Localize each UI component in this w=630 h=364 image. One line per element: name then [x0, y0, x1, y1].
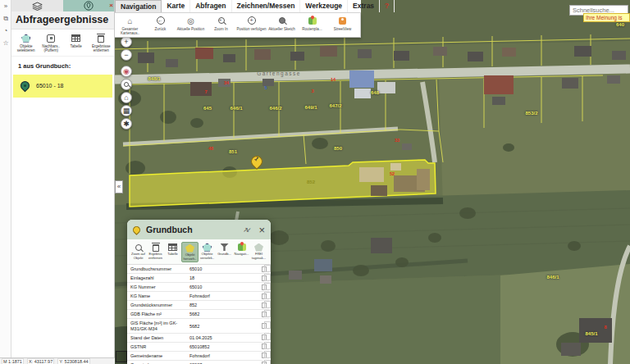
copy-page-icon[interactable]: ⧉ [0, 12, 11, 25]
map-controls: + − ◉ ⌂ ▦ ✱ [121, 36, 132, 131]
map-label: 646/1 [230, 106, 242, 111]
basemap-button[interactable]: ▦ [121, 105, 132, 116]
track-position-button[interactable]: + Position verfolgen [236, 13, 267, 37]
menu-tab-zeichnen-messen[interactable]: Zeichnen/Messen [232, 0, 301, 12]
zoom-to-object-button[interactable]: Zoom auf Objekt [130, 242, 147, 262]
close-icon[interactable]: × [258, 225, 265, 235]
zoom-selection-button[interactable] [121, 79, 132, 90]
frei-button[interactable]: FREI tagesak... [250, 242, 267, 262]
attribute-row: Einlagezahl 18 [127, 274, 271, 283]
coordinate-x: X: 43117.97 [27, 358, 54, 364]
select-objects-button[interactable]: Objekte selektieren [15, 33, 38, 53]
full-extent-button[interactable]: ⌂ Gesamter Kartenaus.. [115, 13, 145, 37]
feedback-tooltip: Ihre Meinung is [583, 13, 630, 22]
map-label: 33 [395, 138, 399, 143]
attribute-label: KG Nummer [130, 284, 189, 290]
copy-icon[interactable] [262, 353, 267, 358]
map-label: 845/1 [585, 331, 597, 336]
menu-tab-karte[interactable]: Karte [162, 0, 190, 12]
quick-search [569, 1, 628, 11]
copy-icon[interactable] [262, 312, 267, 317]
history-icon[interactable]: ◔ [0, 25, 11, 37]
map-label: 649/1 [304, 105, 317, 110]
map-label: Gartengasse [257, 71, 301, 76]
copy-icon[interactable] [262, 275, 267, 281]
map-label: 48 [208, 146, 213, 151]
menu-tab-werkzeuge[interactable]: Werkzeuge [300, 0, 348, 12]
current-position-button[interactable]: ◎ Aktuelle Position [176, 13, 206, 37]
magnifier-icon [135, 244, 142, 251]
map-label: 850 [334, 146, 342, 151]
select-objects-button[interactable]: Objekte verselek.. [199, 242, 216, 262]
favorites-star-icon[interactable]: ☆ [0, 37, 11, 49]
menu-tab-help[interactable]: ? [380, 0, 395, 12]
attribute-value: 65010 [189, 266, 262, 271]
table-button[interactable]: Tabelle [65, 33, 88, 53]
copy-icon[interactable] [262, 293, 267, 299]
route-planner-button[interactable]: Routenpla... [297, 13, 327, 37]
remove-results-button[interactable]: Ergebnisse entfernen [90, 33, 113, 53]
map-label: 846/1 [546, 275, 559, 280]
attribute-row: GDB Fläche m² 5682 [127, 310, 271, 319]
map-label: 851 [229, 149, 237, 154]
current-sketch-button[interactable]: Aktueller Sketch [267, 13, 297, 37]
map-scale: M 1:1871 [2, 358, 24, 364]
polygon-icon [254, 243, 263, 252]
remove-result-button[interactable]: Ergebnis entfernen [147, 242, 164, 262]
popup-header[interactable]: Grundbuch ↗↙ × [127, 220, 271, 239]
copy-icon[interactable] [262, 323, 267, 329]
result-actions: Objekte selektieren Nachbars.. (Puffern)… [11, 30, 114, 57]
result-list-item[interactable]: 65010 - 18 [13, 75, 112, 98]
tab-results[interactable] [63, 0, 115, 11]
copy-icon[interactable] [262, 266, 267, 272]
highlight-polygon-icon [185, 244, 194, 253]
table-view-button[interactable]: Tabelle [164, 242, 181, 262]
attribute-value: Fohnsdorf [189, 353, 262, 358]
expand-icon[interactable]: ↗↙ [243, 226, 249, 234]
attribute-value: Fohnsdorf [189, 293, 262, 298]
streetview-button[interactable]: StreetView [327, 13, 358, 37]
settings-button[interactable]: ✱ [121, 118, 132, 130]
map-label: 640 [616, 22, 624, 27]
locate-button[interactable]: ◉ [121, 66, 132, 77]
overview-map-toggle[interactable] [116, 351, 127, 362]
copy-icon[interactable] [262, 303, 267, 308]
zoom-out-button[interactable]: − [121, 49, 132, 61]
result-item-label: 65010 - 18 [36, 83, 63, 89]
navigation-button[interactable]: Navigati... [233, 242, 250, 262]
marker-circle-icon [84, 1, 94, 11]
back-button[interactable]: ← Zurück [145, 13, 176, 37]
menu-tab-extras[interactable]: Extras [348, 0, 380, 12]
highlight-object-button[interactable]: Objekt hervorh.. [181, 242, 199, 262]
attribute-row: GSTNR 65010852 [127, 343, 271, 352]
home-extent-button[interactable]: ⌂ [121, 92, 132, 103]
result-count: 1 aus Grundbuch: [11, 57, 114, 73]
sidebar-collapse-handle[interactable]: « [115, 180, 123, 193]
zoom-in-button[interactable]: + [121, 36, 132, 48]
back-icon: ← [157, 16, 165, 25]
result-pin-icon [19, 80, 32, 93]
menu-tab-navigation[interactable]: Navigation [115, 0, 162, 12]
tab-layers[interactable] [11, 0, 63, 11]
map-label: 647/2 [329, 103, 341, 108]
attribute-row: Grundbuchsnummer 65010 [127, 265, 271, 274]
popup-pin-icon [131, 225, 142, 235]
zoom-in-tool-button[interactable]: Zoom In [206, 13, 236, 37]
expand-panel-icon[interactable]: » [0, 0, 11, 12]
sidebar-tabs: × [11, 0, 114, 11]
copy-icon[interactable] [262, 344, 267, 349]
track-position-icon: + [248, 16, 256, 25]
copy-icon[interactable] [262, 284, 267, 290]
attribute-value: 5682 [189, 324, 262, 329]
attribute-label: GIS Fläche [m²] im GK-M31/GK-M34 [130, 321, 189, 332]
menu-tab-abfragen[interactable]: Abfragen [190, 0, 231, 12]
table-icon [71, 34, 80, 42]
map-label: 648 [371, 90, 379, 95]
copy-icon[interactable] [262, 334, 267, 340]
attribute-value: 65010852 [189, 344, 262, 349]
buffer-button[interactable]: Nachbars.. (Puffern) [40, 33, 63, 53]
grundbuch-filter-button[interactable]: Grundb... [216, 242, 233, 262]
result-marker-pin[interactable]: 1 [251, 156, 264, 172]
attribute-value: 01.04.2025 [189, 335, 262, 340]
close-panel-icon[interactable]: × [109, 0, 113, 11]
